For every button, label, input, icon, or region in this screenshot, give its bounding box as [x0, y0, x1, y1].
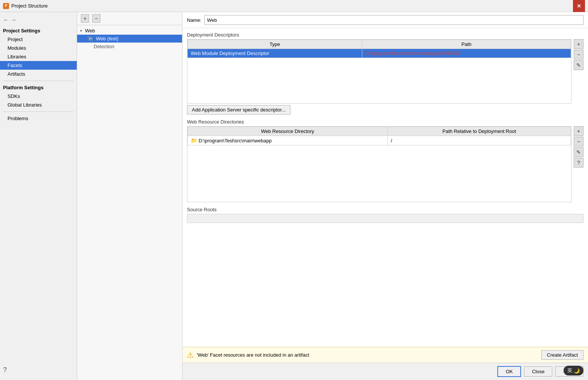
add-descriptor-button[interactable]: Add Application Server specific descript… — [187, 105, 290, 114]
table-row[interactable]: 📁 D:\program\Test\src\main\webapp / — [188, 136, 571, 145]
web-resource-label: Web Resource Directories — [187, 119, 583, 125]
remove-facet-button[interactable]: − — [92, 14, 100, 23]
sidebar-item-project[interactable]: Project — [0, 35, 77, 44]
sidebar-item-global-libraries[interactable]: Global Libraries — [0, 101, 77, 109]
web-resource-table-wrapper: Web Resource Directory Path Relative to … — [187, 126, 571, 202]
nav-forward-button[interactable]: → — [11, 17, 17, 23]
dd-remove-button[interactable]: − — [574, 50, 583, 60]
ime-badge: 英 🌙 — [564, 366, 583, 375]
tree-item-web-label: Web — [85, 28, 95, 34]
middle-toolbar: + − — [77, 12, 182, 25]
dd-row-path: D:\program\Test\src\main\webapp\WEB-INF — [362, 49, 571, 58]
ime-label: 英 — [567, 367, 572, 374]
sidebar-divider-2 — [3, 111, 74, 112]
web-test-icon: W — [88, 36, 93, 41]
sidebar-item-artifacts[interactable]: Artifacts — [0, 70, 77, 78]
help-icon[interactable]: ? — [3, 366, 7, 374]
wr-edit-button[interactable]: ✎ — [574, 147, 583, 157]
nav-arrows: ← → — [0, 15, 77, 26]
web-resource-table: Web Resource Directory Path Relative to … — [187, 127, 571, 145]
title-bar: P Project Structure ✕ — [0, 0, 588, 12]
warning-icon: ⚠ — [187, 351, 194, 360]
sidebar-item-sdks[interactable]: SDKs — [0, 92, 77, 101]
table-row[interactable]: Web Module Deployment Descriptor D:\prog… — [188, 49, 571, 58]
name-input[interactable] — [204, 15, 583, 25]
sidebar-item-problems[interactable]: Problems — [0, 114, 77, 123]
web-resource-container: Web Resource Directory Path Relative to … — [187, 126, 571, 202]
web-resource-section: Web Resource Directories Web Resource Di… — [187, 119, 583, 202]
sidebar-divider — [3, 81, 74, 81]
main-layout: ← → Project Settings Project Modules Lib… — [0, 12, 588, 380]
wr-table-empty — [187, 145, 571, 202]
create-artifact-button[interactable]: Create Artifact — [541, 350, 583, 360]
platform-settings-label: Platform Settings — [0, 83, 77, 92]
tree-sub-detection[interactable]: Detection — [77, 43, 182, 50]
folder-icon: 📁 — [191, 137, 197, 143]
nav-back-button[interactable]: ← — [3, 17, 9, 23]
wr-add-button[interactable]: + — [574, 126, 583, 136]
bottom-bar: OK Close Apply — [182, 363, 588, 380]
tree-item-web-test[interactable]: W Web (test) — [77, 35, 182, 43]
dd-col-type: Type — [188, 40, 362, 49]
content-panel: Name: Deployment Descriptors Type Path — [182, 12, 588, 380]
expand-icon: ▾ — [80, 29, 82, 33]
title-bar-left: P Project Structure — [3, 3, 48, 9]
warning-bar: ⚠ 'Web' Facet resources are not included… — [182, 347, 588, 363]
wr-help-button[interactable]: ? — [574, 158, 583, 168]
ok-button[interactable]: OK — [497, 366, 521, 377]
wr-row-relative: / — [387, 136, 571, 145]
middle-panel: + − ▾ Web W Web (test) Detection — [77, 12, 182, 380]
sidebar-item-libraries[interactable]: Libraries — [0, 52, 77, 61]
wr-side-buttons: + − ✎ ? — [574, 126, 583, 168]
dd-edit-button[interactable]: ✎ — [574, 60, 583, 70]
facet-tree: ▾ Web W Web (test) Detection — [77, 25, 182, 380]
close-window-button[interactable]: ✕ — [573, 0, 585, 12]
tree-item-web-test-label: Web (test) — [96, 36, 119, 41]
close-dialog-button[interactable]: Close — [524, 366, 552, 377]
name-field-label: Name: — [187, 17, 201, 23]
dd-row-type: Web Module Deployment Descriptor — [188, 49, 362, 58]
source-roots-label: Source Roots — [187, 207, 583, 212]
sidebar: ← → Project Settings Project Modules Lib… — [0, 12, 77, 380]
add-facet-button[interactable]: + — [81, 14, 89, 23]
wr-remove-button[interactable]: − — [574, 137, 583, 147]
deployment-descriptors-table-wrapper: Type Path Web Module Deployment Descript… — [187, 39, 571, 104]
warning-text: 'Web' Facet resources are not included i… — [197, 352, 309, 358]
dd-side-buttons: + − ✎ — [574, 39, 583, 70]
detection-label: Detection — [94, 44, 114, 49]
wr-col-path: Path Relative to Deployment Root — [387, 127, 571, 136]
content-body: Deployment Descriptors Type Path — [182, 28, 588, 347]
wr-col-dir: Web Resource Directory — [188, 127, 388, 136]
source-roots-section: Source Roots — [187, 207, 583, 223]
dd-col-path: Path — [362, 40, 571, 49]
deployment-descriptors-label: Deployment Descriptors — [187, 32, 583, 38]
wr-row-dir: 📁 D:\program\Test\src\main\webapp — [188, 136, 388, 145]
warning-left: ⚠ 'Web' Facet resources are not included… — [187, 351, 309, 360]
deployment-descriptors-container: Type Path Web Module Deployment Descript… — [187, 39, 571, 104]
dd-table-empty — [187, 58, 571, 103]
sidebar-item-modules[interactable]: Modules — [0, 44, 77, 52]
source-roots-bar — [187, 214, 583, 223]
sidebar-item-facets[interactable]: Facets — [0, 61, 77, 70]
app-icon: P — [3, 3, 9, 9]
dd-add-button[interactable]: + — [574, 39, 583, 49]
deployment-descriptors-table: Type Path Web Module Deployment Descript… — [187, 40, 571, 58]
project-settings-label: Project Settings — [0, 26, 77, 35]
window-title: Project Structure — [11, 3, 48, 9]
tree-item-web[interactable]: ▾ Web — [77, 27, 182, 35]
ime-moon-icon: 🌙 — [574, 368, 580, 374]
name-row: Name: — [182, 12, 588, 28]
deployment-descriptors-section: Deployment Descriptors Type Path — [187, 32, 583, 114]
